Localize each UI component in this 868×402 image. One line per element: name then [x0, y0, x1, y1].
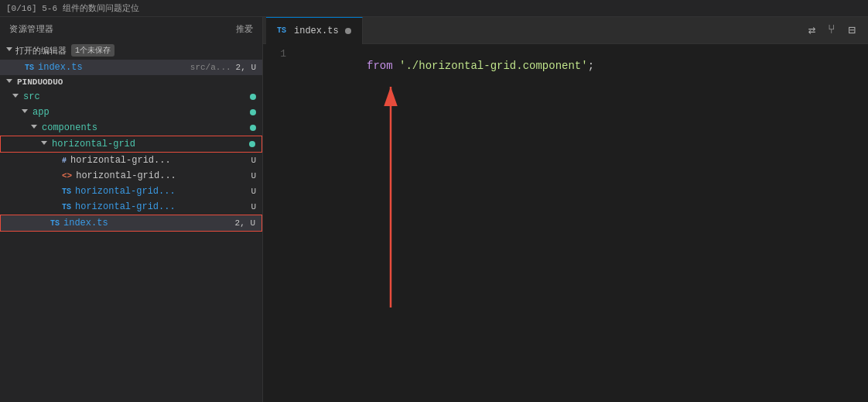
file-name: index.ts — [38, 62, 187, 73]
diff-icon[interactable]: ⑂ — [825, 22, 839, 39]
file-ext-ts: TS — [25, 64, 34, 72]
source-control-icon[interactable]: ⇄ — [805, 21, 819, 40]
components-triangle — [31, 125, 37, 132]
sidebar-title: 资源管理器 — [9, 23, 54, 35]
app-triangle — [22, 109, 28, 116]
tree-hgrid-css[interactable]: # horizontal-grid... U — [0, 153, 262, 168]
open-editors-triangle — [6, 47, 12, 54]
tab-modified-dot — [345, 28, 351, 34]
css-status: U — [251, 156, 256, 165]
src-triangle — [12, 94, 19, 101]
tree-hgrid-spec[interactable]: TS horizontal-grid... U — [0, 184, 262, 199]
tab-index-ts[interactable]: TS index.ts — [266, 17, 363, 44]
keyword-from: from — [367, 60, 393, 72]
import-path: './horizontal-grid.component' — [399, 60, 588, 72]
spec-name: horizontal-grid... — [75, 186, 246, 197]
open-editors-badge: 1个未保存 — [71, 44, 114, 57]
index-name: index.ts — [63, 218, 231, 228]
tree-app[interactable]: app — [0, 105, 262, 120]
tree-components[interactable]: components — [0, 120, 262, 136]
open-editors-label: 打开的编辑器 — [15, 45, 67, 57]
tree-hgrid-component[interactable]: TS horizontal-grid... U — [0, 199, 262, 215]
tree-src[interactable]: src — [0, 89, 262, 105]
components-dot — [250, 125, 256, 131]
tab-actions: ⇄ ⑂ ⊟ — [805, 21, 865, 40]
hgrid-triangle — [41, 141, 47, 148]
file-status: 2, U — [236, 63, 256, 72]
src-label: src — [23, 91, 40, 102]
tree-hgrid-html[interactable]: <> horizontal-grid... U — [0, 168, 262, 184]
app-dot — [250, 109, 256, 115]
split-editor-icon[interactable]: ⊟ — [845, 21, 859, 40]
tree-index-ts[interactable]: TS index.ts 2, U — [0, 215, 262, 232]
editor-area: TS index.ts ⇄ ⑂ ⊟ 1 from './horizontal-g… — [263, 17, 868, 402]
tab-ext: TS — [277, 26, 286, 35]
open-editors-section: 打开的编辑器 1个未保存 TS index.ts src/a... 2, U — [0, 41, 262, 75]
title-bar: [0/16] 5-6 组件的数间问题定位 — [0, 0, 868, 17]
component-ext: TS — [62, 203, 71, 211]
project-name: PINDUODUO — [17, 77, 63, 87]
sidebar-button[interactable]: 推爱 — [236, 23, 253, 35]
html-ext: <> — [62, 171, 72, 180]
open-editors-header[interactable]: 打开的编辑器 1个未保存 — [0, 41, 262, 60]
open-file-index-ts[interactable]: TS index.ts src/a... 2, U — [0, 60, 262, 75]
component-name: horizontal-grid... — [75, 201, 246, 212]
line-number-1: 1 — [263, 48, 302, 60]
sidebar-header: 资源管理器 推爱 — [0, 17, 262, 41]
title-text: [0/16] 5-6 组件的数间问题定位 — [6, 2, 139, 14]
css-name: horizontal-grid... — [70, 155, 246, 166]
code-line-1: 1 from './horizontal-grid.component'; — [263, 44, 868, 88]
editor-tabs: TS index.ts ⇄ ⑂ ⊟ — [263, 17, 868, 44]
html-name: horizontal-grid... — [76, 170, 246, 181]
space — [393, 60, 399, 72]
sidebar: 资源管理器 推爱 打开的编辑器 1个未保存 TS index.ts src/a.… — [0, 17, 263, 402]
line-content-1: from './horizontal-grid.component'; — [302, 47, 594, 84]
editor-content: 1 from './horizontal-grid.component'; — [263, 44, 868, 402]
index-status: 2, U — [235, 218, 255, 228]
html-status: U — [251, 171, 256, 180]
tab-list: TS index.ts — [266, 17, 363, 44]
root-triangle — [6, 79, 12, 86]
tab-name: index.ts — [294, 26, 339, 36]
project-tree: PINDUODUO src app components — [0, 75, 262, 402]
app-label: app — [32, 107, 50, 118]
tree-horizontal-grid[interactable]: horizontal-grid — [0, 136, 262, 153]
src-dot — [250, 94, 256, 100]
index-ext: TS — [50, 219, 60, 228]
annotation-arrow — [263, 44, 868, 402]
components-label: components — [42, 122, 97, 133]
semicolon: ; — [588, 60, 594, 72]
tree-project-root[interactable]: PINDUODUO — [0, 75, 262, 89]
component-status: U — [251, 202, 256, 211]
css-ext: # — [62, 156, 67, 165]
file-path: src/a... — [190, 63, 231, 72]
spec-status: U — [251, 187, 256, 196]
hgrid-dot — [249, 141, 255, 147]
horizontal-grid-label: horizontal-grid — [52, 139, 135, 149]
spec-ext: TS — [62, 187, 71, 196]
